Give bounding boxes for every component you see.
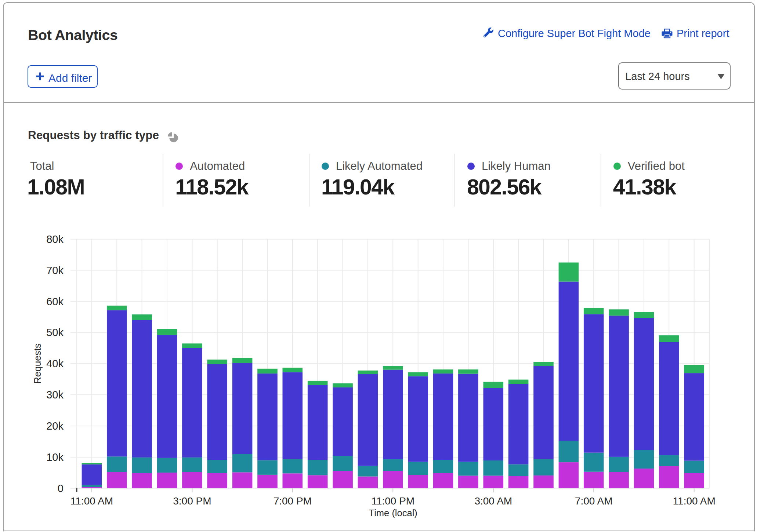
svg-text:20k: 20k: [46, 420, 64, 432]
svg-text:7:00 AM: 7:00 AM: [575, 495, 613, 507]
svg-text:11:00 PM: 11:00 PM: [371, 495, 414, 507]
svg-text:70k: 70k: [46, 265, 64, 276]
svg-text:30k: 30k: [46, 389, 64, 401]
svg-text:3:00 AM: 3:00 AM: [474, 495, 512, 507]
svg-text:60k: 60k: [46, 296, 64, 307]
svg-text:0: 0: [58, 482, 64, 494]
svg-text:Requests: Requests: [32, 343, 43, 384]
svg-text:80k: 80k: [46, 233, 64, 245]
svg-text:50k: 50k: [46, 327, 64, 338]
svg-text:10k: 10k: [46, 451, 64, 463]
svg-text:3:00 PM: 3:00 PM: [173, 495, 211, 507]
svg-text:Time (local): Time (local): [369, 508, 417, 518]
svg-text:40k: 40k: [46, 358, 64, 369]
svg-text:7:00 PM: 7:00 PM: [274, 495, 312, 507]
svg-text:11:00 AM: 11:00 AM: [673, 495, 716, 507]
svg-text:11:00 AM: 11:00 AM: [70, 495, 113, 507]
